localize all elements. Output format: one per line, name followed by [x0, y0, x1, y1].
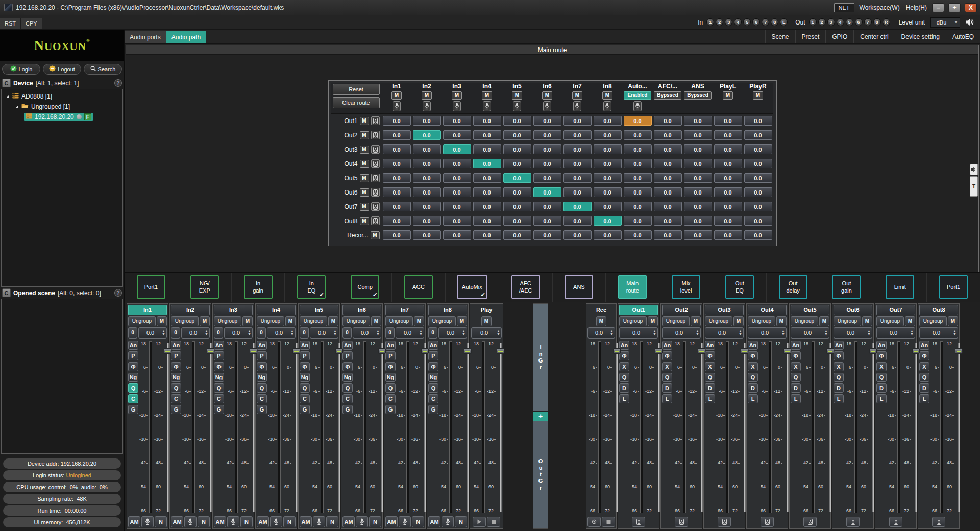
autoeq-button[interactable]: AutoEQ	[946, 30, 980, 43]
matrix-cell-out5-in7[interactable]: 0.0	[564, 173, 592, 183]
in5-am-button[interactable]: AM	[300, 516, 312, 527]
in8-ng-button[interactable]: Ng	[428, 373, 438, 382]
out8-group-button[interactable]: Ungroup	[919, 316, 947, 326]
in2-an-button[interactable]: An	[171, 341, 181, 350]
out5-mute-button[interactable]: M	[819, 316, 829, 326]
row-out3-mute-button[interactable]: M	[360, 146, 369, 154]
in4-level-spinner[interactable]: 0.0▲▼	[267, 327, 296, 339]
out3-mute-button[interactable]: M	[733, 316, 744, 326]
in1-mute-button[interactable]: M	[157, 316, 167, 326]
matrix-cell-out6-in7[interactable]: 0.0	[564, 187, 592, 197]
matrix-cell-out3-playl[interactable]: 0.0	[714, 144, 742, 154]
out-indicator-2[interactable]: 2	[818, 18, 826, 26]
spinner-arrows-icon[interactable]: ▲▼	[653, 330, 657, 336]
row-out4-mute-button[interactable]: M	[360, 160, 369, 168]
matrix-cell-out1-in3[interactable]: 0.0	[443, 116, 471, 126]
rst-button[interactable]: RST	[0, 18, 21, 29]
row-out1-mute-button[interactable]: M	[360, 117, 369, 125]
spinner-arrows-icon[interactable]: ▲▼	[696, 330, 700, 336]
fader-knob[interactable]	[497, 348, 504, 354]
device-setting-button[interactable]: Device setting	[895, 30, 946, 43]
volume-fader[interactable]	[250, 341, 257, 514]
matrix-cell-out6-afc[interactable]: 0.0	[654, 187, 682, 197]
in3-am-button[interactable]: AM	[214, 516, 226, 527]
spinner-arrows-icon[interactable]: ▲▼	[462, 330, 467, 336]
in2-group-button[interactable]: Ungroup	[171, 316, 199, 326]
mic-icon[interactable]	[633, 101, 642, 111]
cpy-button[interactable]: CPY	[21, 18, 42, 29]
in1-an-button[interactable]: An	[128, 341, 138, 350]
close-button[interactable]: X	[965, 3, 977, 12]
row-recor-mute-button[interactable]: M	[371, 231, 380, 239]
in7-p-button[interactable]: P	[385, 351, 396, 360]
out-indicator-7[interactable]: 7	[864, 18, 872, 26]
out6-mute-button[interactable]: M	[862, 316, 872, 326]
in7--button[interactable]: Φ	[385, 362, 396, 371]
speaker-cabinet-icon[interactable]	[371, 202, 380, 211]
in5-mic-icon[interactable]	[313, 516, 325, 527]
in3-q-button[interactable]: Q	[214, 383, 224, 393]
out7-group-button[interactable]: Ungroup	[876, 316, 904, 326]
mic-icon[interactable]	[543, 101, 551, 111]
fader-knob[interactable]	[421, 348, 429, 354]
maximize-button[interactable]: +	[948, 3, 961, 12]
out3-x-button[interactable]: X	[705, 362, 715, 371]
chain-out-delay-button[interactable]: Outdelay	[779, 275, 807, 299]
out6-q-button[interactable]: Q	[834, 373, 844, 382]
out4--button[interactable]: Φ	[748, 351, 758, 360]
play-stop-icon[interactable]	[487, 517, 500, 527]
out5-x-button[interactable]: X	[791, 362, 801, 371]
logout-button[interactable]: Logout	[43, 64, 81, 75]
matrix-cell-out6-in6[interactable]: 0.0	[533, 187, 561, 197]
matrix-cell-out8-afc[interactable]: 0.0	[654, 216, 682, 226]
in4-am-button[interactable]: AM	[257, 516, 269, 527]
in5-ng-button[interactable]: Ng	[300, 373, 310, 382]
volume-fader[interactable]	[207, 341, 214, 514]
out2-x-button[interactable]: X	[662, 362, 672, 371]
matrix-cell-out5-in5[interactable]: 0.0	[503, 173, 531, 183]
matrix-cell-out3-in2[interactable]: 0.0	[413, 144, 441, 154]
out1-an-button[interactable]: An	[619, 341, 629, 350]
row-out7-mute-button[interactable]: M	[360, 203, 369, 211]
in2-q-button[interactable]: Q	[171, 383, 181, 393]
in8-an-button[interactable]: An	[428, 341, 438, 350]
spinner-arrows-icon[interactable]: ▲▼	[333, 330, 338, 336]
matrix-cell-out8-in1[interactable]: 0.0	[383, 216, 411, 226]
in4-group-button[interactable]: Ungroup	[257, 316, 284, 326]
fader-knob[interactable]	[378, 348, 386, 354]
out4-speaker-cabinet-icon[interactable]	[761, 517, 774, 527]
matrix-cell-out2-in8[interactable]: 0.0	[594, 130, 622, 140]
in3-an-button[interactable]: An	[214, 341, 224, 350]
chain-main-route-button[interactable]: Mainroute	[618, 275, 647, 299]
out6-d-button[interactable]: D	[834, 383, 844, 393]
tree-node-ungrouped[interactable]: Ungrouped [1]	[2, 102, 122, 112]
in6-c-button[interactable]: C	[342, 394, 353, 403]
fader-knob[interactable]	[869, 348, 877, 354]
in1-q-button[interactable]: Q	[128, 383, 138, 393]
matrix-cell-out4-in6[interactable]: 0.0	[533, 159, 561, 168]
in-indicator-6[interactable]: 6	[752, 18, 760, 26]
out2-an-button[interactable]: An	[662, 341, 672, 350]
out5-d-button[interactable]: D	[791, 383, 801, 393]
volume-fader[interactable]	[497, 341, 504, 514]
out-group-panel[interactable]: OutGr	[533, 421, 548, 528]
in5-gain-box[interactable]: 0	[300, 327, 309, 339]
matrix-cell-out5-in3[interactable]: 0.0	[443, 173, 471, 183]
matrix-cell-out7-playl[interactable]: 0.0	[714, 202, 742, 211]
volume-fader[interactable]	[783, 341, 791, 514]
in3-gain-box[interactable]: 0	[214, 327, 223, 339]
out2-speaker-cabinet-icon[interactable]	[675, 517, 688, 527]
spinner-arrows-icon[interactable]: ▲▼	[953, 330, 958, 336]
in6-group-button[interactable]: Ungroup	[342, 316, 370, 326]
in3-p-button[interactable]: P	[214, 351, 224, 360]
out5--button[interactable]: Φ	[791, 351, 801, 360]
matrix-cell-out3-in1[interactable]: 0.0	[383, 144, 411, 154]
in1-level-spinner[interactable]: 0.0▲▼	[138, 327, 167, 339]
in7-header[interactable]: In7	[385, 305, 424, 315]
matrix-cell-out1-ans[interactable]: 0.0	[684, 116, 712, 126]
matrix-cell-out2-playl[interactable]: 0.0	[714, 130, 742, 140]
row-out5-mute-button[interactable]: M	[360, 174, 369, 182]
matrix-cell-out4-afc[interactable]: 0.0	[654, 159, 682, 168]
out7-mute-button[interactable]: M	[905, 316, 915, 326]
matrix-cell-out1-in4[interactable]: 0.0	[473, 116, 501, 126]
